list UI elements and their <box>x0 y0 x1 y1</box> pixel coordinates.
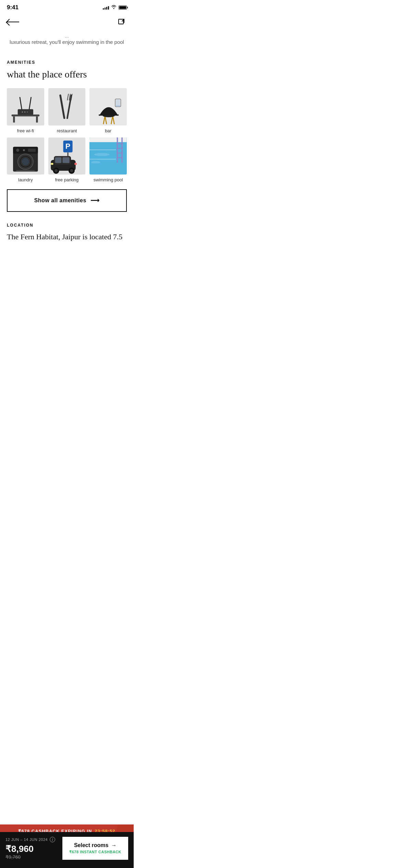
svg-rect-47 <box>89 137 127 175</box>
svg-rect-46 <box>74 163 77 165</box>
svg-point-44 <box>70 169 73 172</box>
svg-text:P: P <box>65 142 70 150</box>
svg-rect-33 <box>16 170 35 171</box>
amenity-wifi-image <box>7 88 44 125</box>
amenity-parking-label: free parking <box>55 177 79 182</box>
svg-rect-48 <box>89 137 127 142</box>
svg-line-18 <box>105 116 107 124</box>
amenity-restaurant: restaurant <box>48 88 86 133</box>
show-all-amenities-button[interactable]: Show all amenities ⟶ <box>7 189 127 212</box>
nav-bar <box>0 14 134 32</box>
svg-rect-40 <box>62 157 69 163</box>
amenity-laundry-label: laundry <box>18 177 33 182</box>
amenity-pool: swimming pool <box>89 137 127 183</box>
location-section: LOCATION The Fern Habitat, Jaipur is loc… <box>0 223 134 242</box>
status-bar: 9:41 <box>0 0 134 14</box>
svg-point-58 <box>91 161 100 163</box>
svg-rect-11 <box>59 94 65 119</box>
amenities-section: AMENITIES what the place offers <box>0 52 134 212</box>
back-button[interactable] <box>7 22 19 22</box>
svg-rect-3 <box>13 116 15 122</box>
location-label: LOCATION <box>7 223 127 228</box>
status-icons <box>103 5 127 10</box>
amenities-label: AMENITIES <box>7 60 127 65</box>
wifi-status-icon <box>111 5 117 10</box>
amenity-restaurant-label: restaurant <box>57 128 77 133</box>
amenity-bar-label: bar <box>105 128 111 133</box>
signal-icon <box>103 5 109 10</box>
svg-rect-4 <box>36 116 38 122</box>
battery-icon <box>119 5 127 10</box>
show-all-label: Show all amenities <box>34 197 86 204</box>
amenity-pool-image <box>89 137 127 175</box>
dots: ... <box>65 33 69 39</box>
amenity-restaurant-image <box>48 88 86 125</box>
svg-point-26 <box>16 148 19 152</box>
amenity-parking: P free parkin <box>48 137 86 183</box>
svg-rect-23 <box>116 105 120 107</box>
external-link-icon <box>117 18 125 26</box>
amenities-title: what the place offers <box>7 69 127 80</box>
description-snippet: ... luxurious retreat, you'll enjoy swim… <box>0 32 134 52</box>
svg-rect-39 <box>55 157 61 163</box>
amenity-pool-label: swimming pool <box>94 177 123 182</box>
svg-rect-22 <box>116 100 120 106</box>
svg-point-9 <box>24 111 26 113</box>
svg-point-32 <box>22 158 29 165</box>
svg-rect-45 <box>51 163 53 165</box>
amenity-parking-image: P <box>48 137 86 175</box>
amenity-bar-image <box>89 88 127 125</box>
svg-point-10 <box>27 111 28 113</box>
svg-line-6 <box>20 97 22 109</box>
svg-point-57 <box>94 153 110 156</box>
svg-point-42 <box>54 169 58 172</box>
amenities-grid: free wi-fi restaurant <box>7 88 127 182</box>
show-all-arrow-icon: ⟶ <box>90 197 100 204</box>
status-time: 9:41 <box>7 4 19 11</box>
svg-point-8 <box>22 111 23 113</box>
amenity-laundry: laundry <box>7 137 44 183</box>
svg-line-19 <box>113 116 114 124</box>
amenity-wifi-label: free wi-fi <box>17 128 34 133</box>
amenity-wifi: free wi-fi <box>7 88 44 133</box>
amenity-bar: bar <box>89 88 127 133</box>
description-text: luxurious retreat, you'll enjoy swimming… <box>7 39 127 45</box>
svg-line-7 <box>29 97 31 109</box>
svg-point-27 <box>23 149 25 151</box>
svg-rect-0 <box>119 19 123 24</box>
svg-rect-13 <box>67 94 69 100</box>
share-button[interactable] <box>116 16 127 27</box>
amenity-laundry-image <box>7 137 44 175</box>
location-description: The Fern Habitat, Jaipur is located 7.5 <box>7 232 127 242</box>
svg-rect-28 <box>28 148 36 152</box>
